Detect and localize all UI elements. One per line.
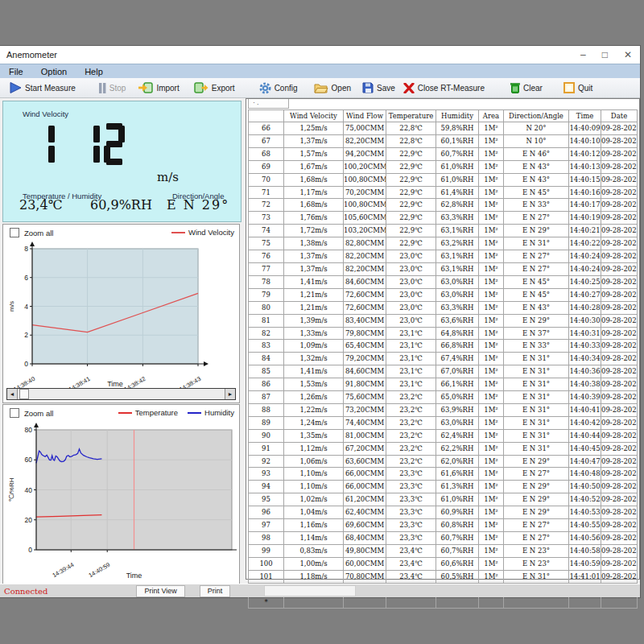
table-cell[interactable]: 22,9℃ xyxy=(386,237,436,250)
table-cell[interactable]: 63,1%RH xyxy=(436,262,479,275)
table-cell[interactable]: 23,1℃ xyxy=(386,327,436,340)
minimize-icon[interactable]: – xyxy=(580,47,586,63)
table-cell[interactable]: 1M² xyxy=(479,212,504,225)
table-cell[interactable]: 14:40:39 xyxy=(569,391,601,404)
table-cell[interactable]: 1,41m/s xyxy=(284,275,344,288)
table-cell[interactable]: 67,0%RH xyxy=(436,365,479,378)
table-cell[interactable]: E N 29° xyxy=(504,493,569,506)
table-cell[interactable]: 1,14m/s xyxy=(284,532,344,545)
table-cell[interactable] xyxy=(479,596,504,609)
table-cell[interactable]: 09-28-2021 xyxy=(601,327,638,340)
table-cell[interactable]: 79,20CMM xyxy=(344,353,386,365)
table-cell[interactable]: 14:40:24 xyxy=(569,250,601,263)
table-cell[interactable]: 23,1℃ xyxy=(386,365,436,378)
table-cell[interactable]: 1M² xyxy=(479,506,504,519)
table-cell[interactable]: 1M² xyxy=(479,442,504,455)
table-cell[interactable]: 61,20CMM xyxy=(344,493,386,506)
table-cell[interactable]: 09-28-2021 xyxy=(601,519,638,532)
table-panel-tab[interactable]: ·. xyxy=(248,99,289,109)
table-cell[interactable]: 70,80CMM xyxy=(344,570,386,583)
start-measure-button[interactable]: Start Measure xyxy=(10,82,76,93)
table-cell[interactable]: 09-28-2021 xyxy=(601,544,638,557)
table-cell[interactable]: 66,1%RH xyxy=(436,378,479,391)
table-cell[interactable]: 09-28-2021 xyxy=(601,173,638,186)
table-cell[interactable]: E N 31° xyxy=(504,403,569,416)
table-cell[interactable]: 14:40:27 xyxy=(569,288,601,301)
table-cell[interactable]: 1M² xyxy=(479,365,504,378)
table-cell[interactable]: 1,25m/s xyxy=(284,122,344,135)
table-cell[interactable]: 23,4℃ xyxy=(386,570,436,583)
zoom-all-checkbox[interactable] xyxy=(10,408,19,418)
row-header[interactable]: 77 xyxy=(249,262,284,275)
table-cell[interactable]: 09-28-2021 xyxy=(601,237,638,250)
table-cell[interactable]: 60,9%RH xyxy=(436,506,479,519)
table-cell[interactable]: 63,0%RH xyxy=(436,275,479,288)
table-cell[interactable]: 09-28-2021 xyxy=(601,378,638,391)
table-cell[interactable]: 1,02m/s xyxy=(284,493,344,506)
table-cell[interactable]: 1M² xyxy=(479,481,504,493)
row-header[interactable]: 71 xyxy=(249,186,284,199)
table-cell[interactable]: 09-28-2021 xyxy=(601,391,638,404)
table-cell[interactable]: 09-28-2021 xyxy=(601,262,638,275)
table-cell[interactable]: 09-28-2021 xyxy=(601,353,638,365)
table-cell[interactable]: 63,0%RH xyxy=(436,288,479,301)
zoom-all-checkbox[interactable] xyxy=(10,228,19,237)
row-header[interactable]: 85 xyxy=(249,365,284,378)
row-header[interactable]: 81 xyxy=(249,314,284,327)
table-cell[interactable]: 60,8%RH xyxy=(436,519,479,532)
table-cell[interactable]: 14:40:38 xyxy=(569,378,601,391)
table-cell[interactable]: 63,3%RH xyxy=(436,212,479,225)
table-cell[interactable]: 1M² xyxy=(479,519,504,532)
table-cell[interactable]: 1M² xyxy=(479,262,504,275)
column-header[interactable]: Direction/Angle xyxy=(504,110,569,122)
table-cell[interactable]: 1M² xyxy=(479,160,504,173)
column-header[interactable]: Area xyxy=(479,110,504,122)
table-cell[interactable]: 14:40:31 xyxy=(569,327,601,340)
menu-item-file[interactable]: File xyxy=(0,67,32,76)
row-header[interactable]: 83 xyxy=(249,340,284,353)
table-cell[interactable]: 09-28-2021 xyxy=(601,160,638,173)
row-header[interactable]: 91 xyxy=(249,442,284,455)
print-view-button[interactable]: Print View xyxy=(136,585,184,597)
table-cell[interactable]: 22,9℃ xyxy=(386,160,436,173)
table-cell[interactable]: E N 27° xyxy=(504,212,569,225)
table-cell[interactable]: 59,8%RH xyxy=(436,122,479,135)
row-header[interactable]: 86 xyxy=(249,378,284,391)
table-cell[interactable]: 63,2%RH xyxy=(436,237,479,250)
table-cell[interactable]: 14:40:33 xyxy=(569,340,601,353)
table-cell[interactable]: 1M² xyxy=(479,225,504,237)
table-cell[interactable]: 23,2℃ xyxy=(386,403,436,416)
table-cell[interactable]: E N 31° xyxy=(504,570,569,583)
table-cell[interactable]: 23,3℃ xyxy=(386,468,436,481)
table-cell[interactable]: 14:40:21 xyxy=(569,225,601,237)
table-cell[interactable]: 14:40:15 xyxy=(569,173,601,186)
table-cell[interactable]: 14:40:58 xyxy=(569,544,601,557)
table-cell[interactable]: 09-28-2021 xyxy=(601,557,638,570)
table-cell[interactable]: 14:40:13 xyxy=(569,160,601,173)
table-cell[interactable]: 23,0℃ xyxy=(386,314,436,327)
table-cell[interactable]: 1,09m/s xyxy=(284,340,344,353)
table-cell[interactable]: 63,6%RH xyxy=(436,314,479,327)
row-header[interactable]: 87 xyxy=(249,391,284,404)
table-cell[interactable]: E N 37° xyxy=(504,327,569,340)
table-cell[interactable]: 69,60CMM xyxy=(344,519,386,532)
table-cell[interactable]: 100,80CMM xyxy=(344,199,386,212)
row-header[interactable]: 98 xyxy=(249,532,284,545)
table-cell[interactable]: 1,12m/s xyxy=(284,442,344,455)
table-cell[interactable]: E N 46° xyxy=(504,147,569,160)
table-cell[interactable]: 64,8%RH xyxy=(436,327,479,340)
table-cell[interactable]: 1,53m/s xyxy=(284,378,344,391)
table-cell[interactable]: 14:40:47 xyxy=(569,455,601,468)
table-cell[interactable]: 62,8%RH xyxy=(436,199,479,212)
table-cell[interactable]: 1M² xyxy=(479,353,504,365)
column-header[interactable] xyxy=(249,110,284,122)
table-cell[interactable]: 1M² xyxy=(479,173,504,186)
row-header[interactable]: 70 xyxy=(249,173,284,186)
table-cell[interactable]: 22,9℃ xyxy=(386,212,436,225)
close-icon[interactable]: ✕ xyxy=(624,47,632,63)
config-button[interactable]: Config xyxy=(259,82,298,94)
table-cell[interactable]: 68,40CMM xyxy=(344,532,386,545)
table-cell[interactable]: 0,83m/s xyxy=(284,544,344,557)
table-cell[interactable]: 22,9℃ xyxy=(386,199,436,212)
table-cell[interactable]: 1M² xyxy=(479,147,504,160)
